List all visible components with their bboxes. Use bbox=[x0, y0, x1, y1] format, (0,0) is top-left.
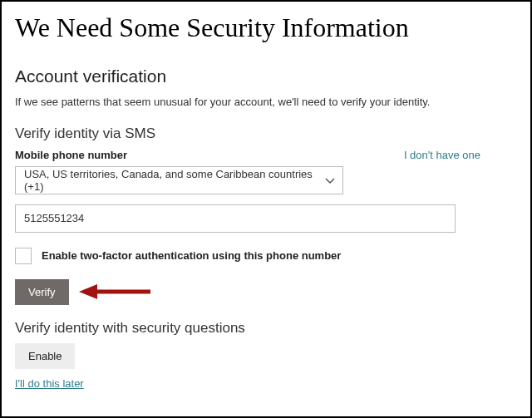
do-later-link[interactable]: I'll do this later bbox=[15, 377, 84, 390]
two-factor-row: Enable two-factor authentication using t… bbox=[15, 248, 517, 264]
two-factor-label: Enable two-factor authentication using t… bbox=[42, 249, 341, 262]
phone-label-row: Mobile phone number I don't have one bbox=[15, 149, 480, 161]
security-questions-heading: Verify identity with security questions bbox=[15, 320, 517, 337]
sms-heading: Verify identity via SMS bbox=[15, 125, 517, 142]
arrow-annotation-icon bbox=[77, 282, 152, 302]
two-factor-checkbox[interactable] bbox=[15, 248, 32, 264]
account-verification-heading: Account verification bbox=[15, 66, 517, 86]
phone-label: Mobile phone number bbox=[15, 149, 127, 161]
verify-row: Verify bbox=[15, 279, 517, 305]
page-title: We Need Some Security Information bbox=[15, 12, 517, 43]
country-select[interactable]: USA, US territories, Canada, and some Ca… bbox=[15, 166, 343, 194]
enable-button[interactable]: Enable bbox=[15, 343, 75, 369]
phone-input[interactable] bbox=[15, 204, 456, 233]
account-verification-description: If we see patterns that seem unusual for… bbox=[15, 95, 517, 110]
security-info-panel: We Need Some Security Information Accoun… bbox=[0, 0, 532, 418]
svg-marker-1 bbox=[79, 284, 97, 299]
country-select-value: USA, US territories, Canada, and some Ca… bbox=[24, 168, 318, 193]
verify-button[interactable]: Verify bbox=[15, 279, 69, 305]
no-phone-link[interactable]: I don't have one bbox=[404, 149, 480, 161]
